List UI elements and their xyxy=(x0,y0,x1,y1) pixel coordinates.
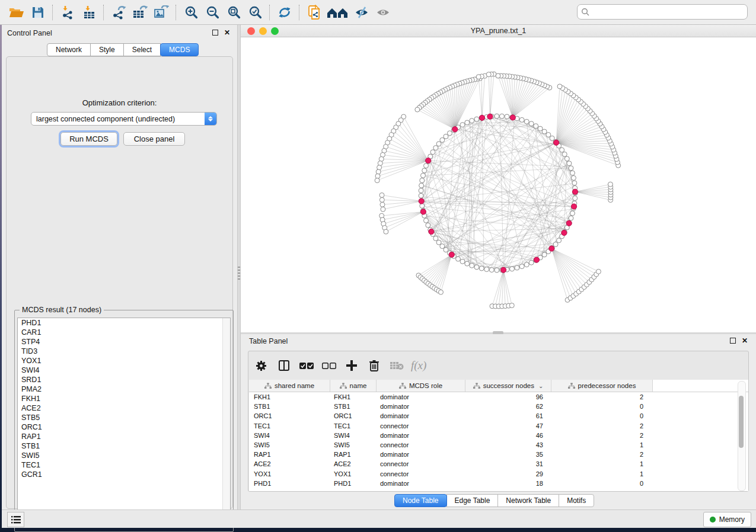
table-row[interactable]: ACE2ACE2connector311 xyxy=(249,459,748,469)
mcds-result-item[interactable]: ORC1 xyxy=(18,422,230,432)
criterion-dropdown[interactable]: largest connected component (undirected) xyxy=(31,112,217,126)
close-panel-icon[interactable]: ✕ xyxy=(742,338,748,344)
mcds-result-item[interactable]: RAP1 xyxy=(18,432,230,441)
table-row[interactable]: SWI5SWI5connector431 xyxy=(249,440,748,450)
tab-mcds[interactable]: MCDS xyxy=(160,43,199,56)
table-cell: RAP1 xyxy=(330,451,377,458)
table-scrollbar-thumb[interactable] xyxy=(739,396,744,448)
column-header-MCDS-role[interactable]: MCDS role xyxy=(377,380,465,392)
zoom-selected-icon[interactable] xyxy=(244,2,266,23)
select-all-icon[interactable] xyxy=(298,358,314,374)
table-settings-icon[interactable] xyxy=(253,358,269,374)
column-visibility-icon[interactable] xyxy=(276,358,292,374)
network-canvas[interactable] xyxy=(241,37,756,332)
table-cell: 18 xyxy=(465,480,551,487)
mcds-result-item[interactable]: PHD1 xyxy=(18,318,230,328)
export-image-icon[interactable] xyxy=(151,2,172,23)
table-header: shared namenameMCDS rolesuccessor nodes⌄… xyxy=(249,380,748,392)
table-cell: 0 xyxy=(551,480,653,487)
mcds-result-list[interactable]: PHD1CAR1STP4TID3YOX1SWI4SRD1PMA2FKH1ACE2… xyxy=(17,318,231,527)
mcds-result-item[interactable]: TEC1 xyxy=(18,460,230,470)
delete-column-icon[interactable] xyxy=(366,358,382,374)
table-cell: 2 xyxy=(551,451,653,458)
table-cell: FKH1 xyxy=(249,393,330,400)
tab-network-table[interactable]: Network Table xyxy=(497,494,559,507)
list-scrollbar-track[interactable] xyxy=(222,318,230,527)
column-header-predecessor-nodes[interactable]: predecessor nodes xyxy=(551,380,653,392)
table-cell: FKH1 xyxy=(330,393,377,400)
table-row[interactable]: YOX1YOX1connector291 xyxy=(249,469,748,479)
mcds-result-item[interactable]: TID3 xyxy=(18,347,230,356)
run-mcds-button[interactable]: Run MCDS xyxy=(60,132,117,146)
table-cell: dominator xyxy=(377,393,465,400)
table-cell: ORC1 xyxy=(249,412,330,419)
tab-edge-table[interactable]: Edge Table xyxy=(446,494,499,507)
deselect-all-icon[interactable] xyxy=(321,358,337,374)
zoom-fit-icon[interactable] xyxy=(223,2,244,23)
table-row[interactable]: TEC1TEC1connector472 xyxy=(249,421,748,431)
column-header-name[interactable]: name xyxy=(330,380,377,392)
zoom-in-icon[interactable] xyxy=(180,2,202,23)
save-session-icon[interactable] xyxy=(27,2,49,23)
hide-selected-icon[interactable] xyxy=(351,2,372,23)
table-row[interactable]: ORC1ORC1dominator610 xyxy=(249,411,748,421)
export-table-icon[interactable] xyxy=(129,2,151,23)
table-cell: dominator xyxy=(377,403,465,410)
add-column-icon[interactable] xyxy=(343,358,359,374)
export-network-icon[interactable] xyxy=(108,2,129,23)
tab-node-table[interactable]: Node Table xyxy=(394,494,447,507)
table-scrollbar-track[interactable] xyxy=(738,381,746,491)
search-input[interactable] xyxy=(577,4,748,20)
tab-network[interactable]: Network xyxy=(47,43,91,56)
mcds-result-item[interactable]: FKH1 xyxy=(18,394,230,403)
tab-motifs[interactable]: Motifs xyxy=(559,494,594,507)
column-header-shared-name[interactable]: shared name xyxy=(249,380,330,392)
mcds-result-item[interactable]: STP4 xyxy=(18,337,230,347)
table-row[interactable]: STB1STB1dominator620 xyxy=(249,402,748,411)
zoom-out-icon[interactable] xyxy=(202,2,223,23)
import-table-icon[interactable] xyxy=(78,2,100,23)
open-file-icon[interactable] xyxy=(6,2,27,23)
mcds-result-item[interactable]: SWI5 xyxy=(18,451,230,460)
tab-select[interactable]: Select xyxy=(123,43,161,56)
float-panel-icon[interactable] xyxy=(212,30,218,36)
mcds-result-item[interactable]: GCR1 xyxy=(18,470,230,479)
show-all-icon[interactable] xyxy=(372,2,394,23)
mcds-result-item[interactable]: STB1 xyxy=(18,441,230,451)
mcds-result-item[interactable]: SRD1 xyxy=(18,375,230,384)
memory-status-icon xyxy=(710,517,716,523)
control-panel-tabs: Network Style Select MCDS xyxy=(47,43,199,56)
table-row[interactable]: FKH1FKH1dominator962 xyxy=(249,392,748,402)
clone-network-icon[interactable] xyxy=(304,2,325,23)
mcds-result-item[interactable]: YOX1 xyxy=(18,356,230,366)
close-panel-button[interactable]: Close panel xyxy=(123,132,185,146)
table-cell: YOX1 xyxy=(249,470,330,477)
mcds-result-item[interactable]: SWI4 xyxy=(18,366,230,375)
mcds-result-item[interactable]: ACE2 xyxy=(18,403,230,413)
table-panel: Table Panel ✕ xyxy=(241,334,756,509)
table-row[interactable]: PHD1PHD1dominator180 xyxy=(249,479,748,488)
task-history-button[interactable] xyxy=(7,512,24,527)
memory-button[interactable]: Memory xyxy=(703,512,751,527)
close-panel-icon[interactable]: ✕ xyxy=(224,30,230,36)
table-cell: 0 xyxy=(551,403,653,410)
import-network-icon[interactable] xyxy=(57,2,78,23)
mcds-result-item[interactable]: PMA2 xyxy=(18,384,230,394)
column-header-successor-nodes[interactable]: successor nodes⌄ xyxy=(465,380,551,392)
network-window-titlebar[interactable]: YPA_prune.txt_1 xyxy=(241,25,756,37)
table-row[interactable]: RAP1RAP1dominator352 xyxy=(249,450,748,459)
refresh-icon[interactable] xyxy=(274,2,295,23)
float-panel-icon[interactable] xyxy=(730,338,736,344)
table-cell: 31 xyxy=(465,460,551,467)
table-cell: TEC1 xyxy=(330,422,377,430)
table-row[interactable]: SWI4SWI4dominator462 xyxy=(249,431,748,440)
delete-table-icon xyxy=(388,358,404,374)
criterion-value: largest connected component (undirected) xyxy=(31,115,205,123)
tab-style[interactable]: Style xyxy=(90,43,124,56)
mcds-result-item[interactable]: STB5 xyxy=(18,413,230,422)
desktop-background: Control Panel ✕ Network Style Select MCD… xyxy=(0,0,756,532)
first-neighbors-icon[interactable] xyxy=(325,2,351,23)
table-cell: 43 xyxy=(465,441,551,448)
splitter-handle[interactable] xyxy=(238,267,240,280)
mcds-result-item[interactable]: CAR1 xyxy=(18,328,230,337)
